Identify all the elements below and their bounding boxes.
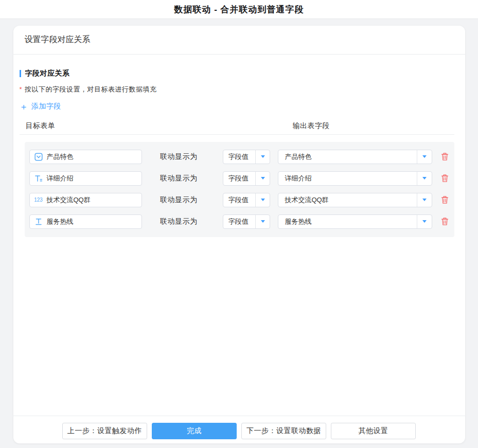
output-field-select[interactable]: 服务热线 xyxy=(278,214,432,229)
relation-label: 联动显示为 xyxy=(160,195,223,205)
output-field-select[interactable]: 技术交流QQ群 xyxy=(278,193,432,207)
output-field-select[interactable]: 详细介绍 xyxy=(278,171,432,186)
column-divider xyxy=(20,134,454,135)
output-select-value: 详细介绍 xyxy=(278,172,416,185)
required-note: *按以下的字段设置，对目标表进行数据填充 xyxy=(20,85,465,94)
section-title: 字段对应关系 xyxy=(20,69,465,78)
delete-row-button[interactable] xyxy=(440,152,450,162)
output-select-value: 技术交流QQ群 xyxy=(278,193,416,207)
card-body: 字段对应关系 *按以下的字段设置，对目标表进行数据填充 ＋ 添加字段 目标表单 … xyxy=(13,55,465,416)
mode-select-value: 字段值 xyxy=(223,172,256,185)
mode-select-value: 字段值 xyxy=(223,150,256,164)
trash-icon xyxy=(441,174,449,183)
column-header-target: 目标表单 xyxy=(26,121,56,131)
mode-select[interactable]: 字段值 xyxy=(223,150,271,164)
relation-label: 联动显示为 xyxy=(160,174,223,183)
finish-button[interactable]: 完成 xyxy=(152,423,237,439)
chevron-down-icon xyxy=(255,172,270,185)
note-text: 按以下的字段设置，对目标表进行数据填充 xyxy=(25,85,157,93)
output-select-value: 服务热线 xyxy=(278,215,416,228)
chevron-down-icon xyxy=(417,215,432,228)
number-field-icon: 123 xyxy=(34,196,43,204)
prev-step-button[interactable]: 上一步：设置触发动作 xyxy=(62,423,147,439)
chevron-down-icon xyxy=(417,193,432,207)
next-step-button[interactable]: 下一步：设置联动数据 xyxy=(241,423,326,439)
text-field-icon xyxy=(34,218,43,226)
output-select-value: 产品特色 xyxy=(278,150,416,164)
required-asterisk: * xyxy=(20,85,23,93)
title-bar: 数据联动 - 合并联动到普通字段 xyxy=(0,0,478,19)
output-field-select[interactable]: 产品特色 xyxy=(278,150,432,164)
chevron-down-icon xyxy=(255,215,270,228)
column-headers: 目标表单 输出表字段 xyxy=(13,121,465,131)
chevron-down-icon xyxy=(417,172,432,185)
section-accent-bar xyxy=(20,70,21,77)
field-mapping-panel: 产品特色 联动显示为 字段值 产品特色 xyxy=(25,142,454,237)
other-settings-button[interactable]: 其他设置 xyxy=(331,423,416,439)
card-header-title: 设置字段对应关系 xyxy=(25,34,91,45)
footer-toolbar: 上一步：设置触发动作 完成 下一步：设置联动数据 其他设置 xyxy=(13,416,465,443)
add-field-link[interactable]: ＋ 添加字段 xyxy=(20,102,62,111)
mode-select[interactable]: 字段值 xyxy=(223,171,271,186)
column-header-output: 输出表字段 xyxy=(293,121,330,131)
target-field-box: 产品特色 xyxy=(29,150,142,164)
settings-card: 设置字段对应关系 字段对应关系 *按以下的字段设置，对目标表进行数据填充 ＋ 添… xyxy=(13,26,465,443)
section-title-label: 字段对应关系 xyxy=(25,69,70,78)
target-field-box: 详细介绍 xyxy=(29,171,142,186)
mode-select-value: 字段值 xyxy=(223,193,256,207)
mode-select[interactable]: 字段值 xyxy=(223,193,271,207)
relation-label: 联动显示为 xyxy=(160,152,223,162)
select-field-icon xyxy=(34,153,43,161)
relation-label: 联动显示为 xyxy=(160,217,223,226)
target-field-label: 产品特色 xyxy=(47,152,74,162)
delete-row-button[interactable] xyxy=(440,174,450,183)
target-field-label: 详细介绍 xyxy=(47,174,74,183)
page-title: 数据联动 - 合并联动到普通字段 xyxy=(174,4,304,15)
mode-select-value: 字段值 xyxy=(223,215,256,228)
textarea-field-icon xyxy=(34,174,43,183)
delete-row-button[interactable] xyxy=(440,217,450,226)
plus-icon: ＋ xyxy=(20,102,29,111)
mapping-row: 服务热线 联动显示为 字段值 服务热线 xyxy=(29,214,450,229)
mode-select[interactable]: 字段值 xyxy=(223,214,271,229)
target-field-label: 服务热线 xyxy=(47,217,74,226)
card-header: 设置字段对应关系 xyxy=(13,26,465,55)
add-field-label: 添加字段 xyxy=(31,102,61,111)
chevron-down-icon xyxy=(255,193,270,207)
trash-icon xyxy=(441,152,449,161)
target-field-box: 123 技术交流QQ群 xyxy=(29,193,142,207)
chevron-down-icon xyxy=(255,150,270,164)
chevron-down-icon xyxy=(417,150,432,164)
delete-row-button[interactable] xyxy=(440,195,450,205)
trash-icon xyxy=(441,195,449,204)
mapping-row: 详细介绍 联动显示为 字段值 详细介绍 xyxy=(29,171,450,186)
target-field-label: 技术交流QQ群 xyxy=(47,195,91,205)
mapping-row: 123 技术交流QQ群 联动显示为 字段值 技术交流QQ群 xyxy=(29,193,450,207)
target-field-box: 服务热线 xyxy=(29,214,142,229)
trash-icon xyxy=(441,217,449,226)
mapping-row: 产品特色 联动显示为 字段值 产品特色 xyxy=(29,150,450,164)
